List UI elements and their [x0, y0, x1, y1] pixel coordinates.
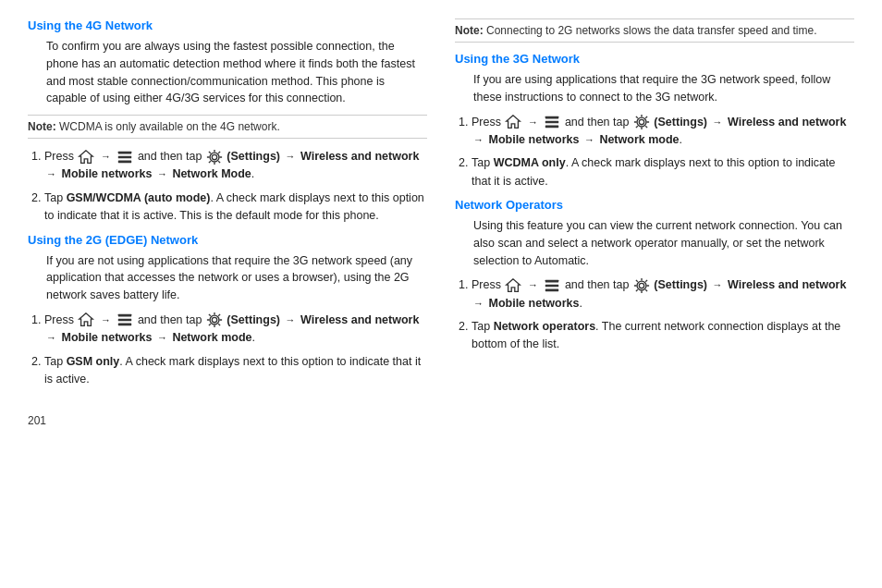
step-2g-1-andtap: and then tap	[138, 313, 205, 326]
right-note-label: Note:	[455, 24, 484, 37]
step-op-1-andtap: and then tap	[565, 278, 632, 291]
step-2g-2: Tap GSM only. A check mark displays next…	[44, 353, 427, 389]
settings-label-2g-1: (Settings)	[227, 313, 283, 326]
step-4g-1-press: Press	[44, 150, 77, 163]
settings-icon-3g-1	[633, 114, 650, 130]
step-op-2-bold: Network operators	[494, 320, 595, 333]
step-2g-1-press: Press	[44, 313, 77, 326]
home-icon-2g-1	[78, 312, 94, 328]
step-4g-1-andtap: and then tap	[138, 150, 205, 163]
step-4g-2: Tap GSM/WCDMA (auto mode). A check mark …	[44, 190, 427, 226]
settings-icon-4g-1	[206, 149, 223, 165]
settings-label-4g-1: (Settings)	[227, 150, 283, 163]
step-2g-2-tap: Tap	[44, 355, 67, 368]
note-label: Note:	[28, 120, 56, 133]
section-4g-body: To confirm you are always using the fast…	[46, 38, 427, 107]
section-4g-title: Using the 4G Network	[28, 18, 427, 32]
step-4g-1: Press → and then tap (Settings) → Wirele…	[44, 148, 427, 184]
step-3g-2-bold: WCDMA only	[494, 156, 566, 169]
step-3g-1-andtap: and then tap	[565, 116, 632, 129]
step-op-1: Press → and then tap (Settings) → Wirele…	[472, 276, 854, 312]
section-operators-title: Network Operators	[455, 198, 854, 212]
step-3g-1: Press → and then tap (Settings) → Wirele…	[472, 114, 854, 150]
menu-icon	[116, 149, 133, 165]
left-column: Using the 4G Network To confirm you are …	[28, 18, 427, 396]
home-icon-op-1	[505, 277, 521, 294]
step-2g-1: Press → and then tap (Settings) → Wirele…	[44, 312, 427, 348]
section-network-operators: Network Operators Using this feature you…	[455, 198, 854, 354]
section-operators-body: Using this feature you can view the curr…	[473, 217, 854, 269]
step-3g-1-press: Press	[472, 116, 504, 129]
home-icon	[78, 149, 94, 165]
section-3g-steps: Press → and then tap (Settings) → Wirele…	[472, 114, 854, 191]
section-operators-steps: Press → and then tap (Settings) → Wirele…	[472, 276, 854, 354]
section-2g-title: Using the 2G (EDGE) Network	[28, 233, 427, 247]
step-3g-2: Tap WCDMA only. A check mark displays ne…	[472, 154, 854, 190]
right-note-bar: Note: Connecting to 2G networks slows th…	[455, 18, 854, 43]
step-4g-2-tap: Tap	[44, 191, 67, 204]
menu-icon-3g-1	[544, 114, 560, 130]
section-4g: Using the 4G Network To confirm you are …	[28, 18, 427, 226]
section-4g-steps: Press → and then tap (Settings) → Wirele…	[44, 148, 427, 226]
right-column: Note: Connecting to 2G networks slows th…	[455, 18, 854, 396]
section-2g-steps: Press → and then tap (Settings) → Wirele…	[44, 312, 427, 389]
step-3g-2-tap: Tap	[472, 156, 494, 169]
step-op-1-press: Press	[472, 278, 504, 291]
page-number: 201	[28, 414, 854, 427]
settings-icon-2g-1	[206, 312, 223, 328]
step-2g-2-bold: GSM only	[67, 355, 120, 368]
settings-label-3g-1: (Settings)	[654, 116, 710, 129]
section-2g: Using the 2G (EDGE) Network If you are n…	[28, 233, 427, 389]
section-3g: Using the 3G Network If you are using ap…	[455, 52, 854, 190]
note-text: WCDMA is only available on the 4G networ…	[59, 120, 280, 133]
settings-icon-op-1	[633, 277, 650, 294]
step-4g-2-bold: GSM/WCDMA (auto mode)	[67, 191, 211, 204]
settings-label-op-1: (Settings)	[654, 278, 710, 291]
step-op-2: Tap Network operators. The current netwo…	[472, 318, 854, 354]
menu-icon-op-1	[544, 277, 560, 294]
section-2g-body: If you are not using applications that r…	[46, 252, 427, 304]
home-icon-3g-1	[505, 114, 521, 130]
section-3g-body: If you are using applications that requi…	[473, 71, 854, 106]
section-3g-title: Using the 3G Network	[455, 52, 854, 66]
step-op-2-tap: Tap	[472, 320, 494, 333]
menu-icon-2g-1	[116, 312, 133, 328]
section-4g-note: Note: WCDMA is only available on the 4G …	[28, 115, 427, 139]
right-note-text: Connecting to 2G networks slows the data…	[486, 24, 817, 37]
